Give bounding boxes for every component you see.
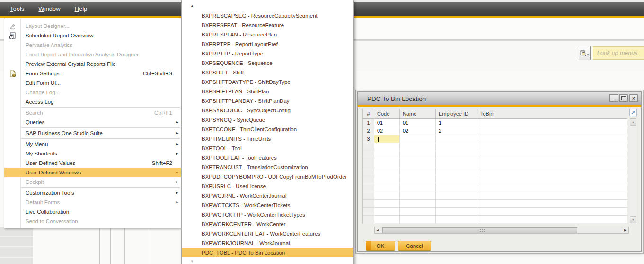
udw-item[interactable]: BXPTRANCUST - TranslationCustomization — [182, 163, 353, 172]
employee-id-cell[interactable] — [436, 200, 477, 208]
menu-item-form-settings[interactable]: Form Settings... Ctrl+Shift+S — [4, 69, 181, 78]
code-cell[interactable] — [374, 200, 400, 208]
name-cell[interactable] — [400, 159, 436, 167]
tobin-cell[interactable] — [477, 119, 627, 127]
horizontal-scrollbar[interactable]: ◀ ▶ — [374, 227, 629, 234]
menu-item-cockpit[interactable]: Cockpit ▶ — [4, 177, 181, 187]
menu-item-default-forms[interactable]: Default Forms ▶ — [4, 198, 181, 207]
row-number[interactable] — [363, 159, 374, 167]
name-cell[interactable] — [400, 183, 436, 191]
udw-item[interactable]: BXPSHIFT - Shift — [182, 68, 353, 77]
minimize-button[interactable] — [609, 94, 618, 102]
vertical-scrollbar[interactable]: ▲ ▼ — [630, 118, 636, 223]
name-cell[interactable]: 01 — [400, 119, 436, 127]
menu-item-my-shortcuts[interactable]: My Shortcuts ▶ — [4, 149, 181, 158]
udw-item[interactable]: BXPSHIFTDAYTYPE - ShiftDayType — [182, 77, 353, 87]
menu-item-preview-crystal-reports[interactable]: Preview External Crystal Reports File — [4, 59, 181, 69]
menu-item-scheduled-report-overview[interactable]: Scheduled Report Overview — [4, 31, 181, 40]
code-cell[interactable] — [374, 151, 400, 159]
menu-item-user-defined-windows[interactable]: User-Defined Windows ▶ — [4, 168, 181, 177]
udw-item[interactable]: BXPSHIFTPLAN - ShiftPlan — [182, 87, 353, 96]
window-titlebar[interactable]: PDC To Bin Location — [358, 92, 641, 105]
scroll-left-button[interactable]: ◀ — [375, 227, 381, 233]
menu-item-sap-b1-studio-suite[interactable]: SAP Business One Studio Suite ▶ — [4, 128, 181, 138]
row-number[interactable]: 3 — [363, 135, 374, 143]
code-cell[interactable]: 02 — [374, 127, 400, 135]
menu-item-edit-form-ui[interactable]: Edit Form UI... — [4, 78, 181, 88]
menu-item-user-defined-values[interactable]: User-Defined Values Shift+F2 — [4, 158, 181, 168]
udw-item[interactable]: BXPUDFCOPYBOMPRO - UDFCopyFromBoMToProdO… — [182, 172, 353, 182]
code-cell[interactable] — [374, 208, 400, 216]
udw-item[interactable]: BXPRESPLAN - ResourcePlan — [182, 30, 353, 39]
row-number[interactable]: 2 — [363, 127, 374, 135]
row-number[interactable] — [363, 143, 374, 151]
employee-id-cell[interactable] — [436, 143, 477, 151]
tobin-cell[interactable] — [477, 208, 627, 216]
udw-item[interactable]: BXPWORKCENTER - WorkCenter — [182, 219, 353, 229]
cancel-button[interactable]: Cancel — [398, 241, 431, 251]
tobin-cell[interactable] — [477, 135, 627, 143]
name-cell[interactable] — [400, 151, 436, 159]
name-cell[interactable] — [400, 167, 436, 175]
menu-window[interactable]: Window — [32, 3, 66, 15]
column-header-employee-id[interactable]: Employee ID — [436, 109, 477, 119]
column-header-name[interactable]: Name — [400, 109, 436, 119]
lookup-search-button[interactable]: ▼ — [579, 46, 591, 60]
ok-button[interactable]: OK — [366, 241, 395, 251]
employee-id-cell[interactable] — [436, 175, 477, 183]
tobin-cell[interactable] — [477, 151, 627, 159]
scroll-up-icon[interactable]: ▲ — [182, 0, 353, 11]
active-cell[interactable] — [374, 135, 400, 143]
code-cell[interactable] — [374, 175, 400, 183]
name-cell[interactable] — [400, 143, 436, 151]
menu-item-pervasive-analytics[interactable]: Pervasive Analytics — [4, 40, 181, 50]
udw-item-pdc-tobl[interactable]: PDC_TOBL - PDC To Bin Location — [182, 248, 353, 257]
row-number[interactable] — [363, 183, 374, 191]
scroll-down-icon[interactable]: ▼ — [182, 257, 353, 264]
code-cell[interactable]: 01 — [374, 119, 400, 127]
close-button[interactable]: × — [629, 94, 638, 102]
name-cell[interactable] — [400, 208, 436, 216]
udw-item[interactable]: BXPTOOL - Tool — [182, 144, 353, 153]
udw-item[interactable]: BXPSYNCOBJC - SyncObjectConfig — [182, 106, 353, 115]
udw-item[interactable]: BXPWCJRNL - WorkCenterJournal — [182, 191, 353, 200]
tobin-cell[interactable] — [477, 167, 627, 175]
menu-item-queries[interactable]: Queries ▶ — [4, 118, 181, 127]
column-header-code[interactable]: Code — [374, 109, 400, 119]
row-number[interactable] — [363, 191, 374, 200]
tobin-cell[interactable] — [477, 200, 627, 208]
row-number[interactable] — [363, 167, 374, 175]
tobin-cell[interactable] — [477, 127, 627, 135]
menu-item-live-collaboration[interactable]: Live Collaboration — [4, 207, 181, 217]
row-number[interactable]: 1 — [363, 119, 374, 127]
lookup-menus-input[interactable] — [593, 46, 644, 60]
code-cell[interactable] — [374, 167, 400, 175]
row-number[interactable] — [363, 200, 374, 208]
udw-item[interactable]: BXPWCTCKTS - WorkCenterTickets — [182, 200, 353, 210]
code-cell[interactable] — [374, 159, 400, 167]
name-cell[interactable] — [400, 135, 436, 143]
scroll-up-button[interactable]: ▲ — [630, 119, 636, 126]
name-cell[interactable]: 02 — [400, 127, 436, 135]
scrollbar-thumb[interactable] — [382, 227, 577, 233]
maximize-button[interactable] — [619, 94, 628, 102]
scroll-down-button[interactable]: ▼ — [630, 216, 636, 223]
menu-item-excel-report-designer[interactable]: Excel Report and Interactive Analysis De… — [4, 50, 181, 59]
udw-item[interactable]: BXPWORKCENTERFEAT - WorkCenterFeatures — [182, 229, 353, 238]
udw-item[interactable]: BXPUSRLC - UserLicense — [182, 182, 353, 191]
code-cell[interactable] — [374, 183, 400, 191]
name-cell[interactable] — [400, 200, 436, 208]
employee-id-cell[interactable] — [436, 191, 477, 200]
udw-item[interactable]: BXPRPTPF - ReportLayoutPref — [182, 39, 353, 49]
column-header-num[interactable]: # — [363, 109, 374, 119]
menu-item-layout-designer[interactable]: Layout Designer... — [4, 21, 181, 31]
menu-item-customization-tools[interactable]: Customization Tools ▶ — [4, 188, 181, 198]
name-cell[interactable] — [400, 216, 436, 223]
udw-item[interactable]: BXPRPTTP - ReportType — [182, 49, 353, 58]
menu-item-access-log[interactable]: Access Log — [4, 97, 181, 107]
scroll-right-button[interactable]: ▶ — [622, 227, 628, 233]
code-cell[interactable] — [374, 216, 400, 223]
employee-id-cell[interactable]: 1 — [436, 119, 477, 127]
udw-item[interactable]: BXPWCTCKTTP - WorkCenterTicketTypes — [182, 210, 353, 219]
code-cell[interactable] — [374, 191, 400, 200]
